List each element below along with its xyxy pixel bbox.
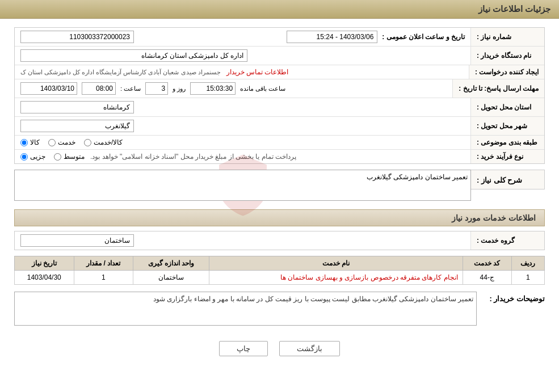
service-group-label: گروه خدمت : [470, 231, 544, 250]
need-number-value: تاریخ و ساعت اعلان عمومی : [15, 28, 470, 46]
col-header-name: نام خدمت [209, 256, 463, 271]
process-option-1[interactable]: جزیی [20, 153, 45, 161]
category-label-2: خدمت [58, 138, 75, 146]
service-group-section: گروه خدمت : [14, 231, 545, 250]
buyer-notes-section: توضیحات خریدار : تعمیر ساختمان دامپزشکی … [14, 292, 545, 326]
category-row: طبقه بندی موضوعی : کالا/خدمت خدمت کالا [15, 136, 544, 150]
buyer-notes-box: تعمیر ساختمان دامپزشکی گیلانغرب مطابق لی… [14, 292, 477, 326]
city-label: شهر محل تحویل : [470, 117, 544, 135]
category-option-2[interactable]: خدمت [48, 138, 75, 146]
process-radio-2[interactable] [54, 153, 61, 161]
category-radio-2[interactable] [48, 139, 56, 146]
deadline-label: مهلت ارسال پاسخ: تا تاریخ : [452, 79, 544, 98]
services-section-title: اطلاعات خدمات مورد نیاز [14, 209, 545, 226]
category-option-1[interactable]: کالا [20, 138, 40, 146]
process-label-1: جزیی [30, 153, 45, 161]
buyer-notes-text: تعمیر ساختمان دامپزشکی گیلانغرب مطابق لی… [153, 295, 473, 303]
col-header-row: ردیف [511, 256, 544, 271]
remaining-label: ساعت باقی مانده [240, 85, 285, 92]
days-label: روز و [173, 85, 186, 92]
cell-date: 1403/04/30 [15, 271, 74, 285]
deadline-row: مهلت ارسال پاسخ: تا تاریخ : ساعت باقی ما… [15, 79, 544, 98]
province-input[interactable] [20, 101, 134, 113]
contact-link[interactable]: اطلاعات تماس خریدار [226, 68, 289, 76]
category-label-1: کالا [30, 138, 40, 146]
description-label: شرح کلی نیاز : [471, 170, 545, 189]
category-value: کالا/خدمت خدمت کالا [15, 136, 470, 149]
cell-row: 1 [511, 271, 544, 285]
services-table-section: ردیف کد خدمت نام خدمت واحد اندازه گیری ت… [14, 256, 545, 285]
table-row: 1 ج-44 انجام کارهای متفرقه درخصوص بازساز… [15, 271, 545, 285]
process-label-2: متوسط [64, 153, 85, 161]
need-number-label: شماره نیاز : [470, 28, 544, 46]
col-header-qty: تعداد / مقدار [74, 256, 133, 271]
services-table: ردیف کد خدمت نام خدمت واحد اندازه گیری ت… [14, 256, 545, 285]
process-option-2[interactable]: متوسط [54, 153, 85, 161]
cell-qty: 1 [74, 271, 133, 285]
category-option-3[interactable]: کالا/خدمت [84, 138, 123, 146]
print-button[interactable]: چاپ [219, 341, 268, 356]
buyer-org-input[interactable] [20, 49, 247, 62]
buyer-notes-label: توضیحات خریدار : [477, 292, 545, 303]
province-row: استان محل تحویل : [15, 98, 544, 117]
service-group-input[interactable] [20, 234, 134, 247]
city-input[interactable] [20, 120, 134, 132]
time-label: ساعت : [120, 85, 141, 92]
city-row: شهر محل تحویل : [15, 117, 544, 136]
page-title: جزئیات اطلاعات نیاز [478, 4, 550, 14]
description-content: تعمیر ساختمان دامپزشکی گیلانغرب [14, 170, 471, 203]
days-input[interactable] [145, 82, 168, 95]
col-header-unit: واحد اندازه گیری [133, 256, 209, 271]
col-header-code: کد خدمت [463, 256, 511, 271]
category-label-3: کالا/خدمت [94, 138, 123, 146]
deadline-value: ساعت باقی مانده روز و ساعت : [15, 79, 452, 98]
service-group-value [15, 231, 470, 250]
requester-row: ایجاد کننده درخواست : اطلاعات تماس خریدا… [15, 65, 544, 79]
requester-value: اطلاعات تماس خریدار جسنمراد صیدی شعبان آ… [15, 65, 469, 79]
announce-label: تاریخ و ساعت اعلان عمومی : [382, 33, 465, 41]
process-value: پرداخت تمام یا بخشی از مبلغ خریدار محل "… [15, 150, 470, 163]
buttons-row: بازگشت چاپ [14, 332, 545, 368]
need-number-row: شماره نیاز : تاریخ و ساعت اعلان عمومی : [15, 28, 544, 47]
category-radio-1[interactable] [20, 139, 28, 146]
back-button[interactable]: بازگشت [279, 341, 340, 356]
cell-code: ج-44 [463, 271, 511, 285]
page-wrapper: جزئیات اطلاعات نیاز شماره نیاز : تاریخ و… [0, 0, 559, 392]
province-label: استان محل تحویل : [470, 98, 544, 116]
page-header: جزئیات اطلاعات نیاز [0, 0, 559, 19]
process-label: نوع فرآیند خرید : [470, 150, 544, 163]
category-label: طبقه بندی موضوعی : [470, 136, 544, 149]
city-value [15, 117, 470, 135]
buyer-org-value [15, 47, 470, 65]
main-info-section: شماره نیاز : تاریخ و ساعت اعلان عمومی : … [14, 27, 545, 164]
remaining-input[interactable] [190, 82, 236, 95]
category-radio-group: کالا/خدمت خدمت کالا [20, 138, 465, 146]
cell-unit: ساختمان [133, 271, 209, 285]
buyer-org-row: نام دستگاه خریدار : [15, 47, 544, 65]
need-number-input[interactable] [20, 31, 134, 43]
col-header-date: تاریخ نیاز [15, 256, 74, 271]
announce-input[interactable] [287, 31, 377, 43]
process-row: نوع فرآیند خرید : پرداخت تمام یا بخشی از… [15, 150, 544, 163]
buyer-org-label: نام دستگاه خریدار : [470, 47, 544, 65]
process-type-row: پرداخت تمام یا بخشی از مبلغ خریدار محل "… [20, 153, 465, 161]
time-input[interactable] [82, 82, 116, 95]
process-note: پرداخت تمام یا بخشی از مبلغ خریدار محل "… [90, 153, 296, 161]
service-group-row: گروه خدمت : [15, 231, 544, 250]
category-radio-3[interactable] [84, 139, 91, 146]
content-area: شماره نیاز : تاریخ و ساعت اعلان عمومی : … [0, 19, 559, 376]
province-value [15, 98, 470, 116]
description-textarea[interactable]: تعمیر ساختمان دامپزشکی گیلانغرب [14, 170, 471, 201]
date-input[interactable] [20, 82, 77, 95]
requester-label: ایجاد کننده درخواست : [469, 65, 544, 79]
process-radio-1[interactable] [20, 153, 28, 161]
table-header-row: ردیف کد خدمت نام خدمت واحد اندازه گیری ت… [15, 256, 545, 271]
description-section: شرح کلی نیاز : تعمیر ساختمان دامپزشکی گی… [14, 170, 545, 203]
cell-name: انجام کارهای متفرقه درخصوص بازسازی و بهس… [209, 271, 463, 285]
requester-text: جسنمراد صیدی شعبان آبادی کارشناس آزمایشگ… [20, 69, 221, 76]
